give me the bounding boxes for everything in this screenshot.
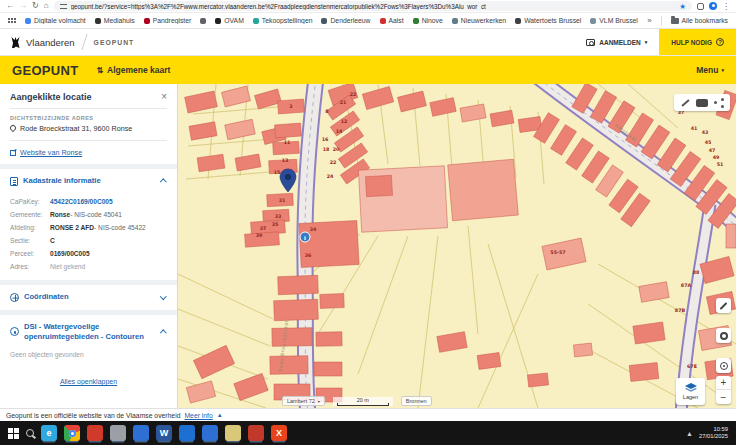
bookmarks-bar: Digitale volmachtMediahuisPandregisterOV… bbox=[0, 13, 736, 29]
zoom-out-button[interactable]: − bbox=[716, 390, 731, 404]
share-icon[interactable] bbox=[714, 98, 724, 108]
svg-text:14: 14 bbox=[336, 129, 343, 134]
bookmark-favicon bbox=[590, 18, 596, 24]
svg-text:11: 11 bbox=[284, 140, 291, 145]
tune-icon[interactable] bbox=[60, 4, 67, 9]
bookmark-favicon bbox=[380, 18, 386, 24]
measure-button[interactable] bbox=[716, 298, 731, 313]
scale-indicator: 20 m bbox=[333, 397, 393, 406]
map-scalebar: Lambert 72▾ 20 m Bronnen bbox=[282, 396, 432, 406]
kadaster-value: 0169/00C005 bbox=[50, 250, 90, 258]
sources-button[interactable]: Bronnen bbox=[401, 396, 432, 406]
page-footer: Geopunt is een officiële website van de … bbox=[0, 408, 736, 421]
svg-text:41: 41 bbox=[691, 126, 698, 131]
bookmark-item[interactable]: Denderleeuw bbox=[321, 17, 370, 24]
layers-button[interactable]: Lagen bbox=[676, 378, 705, 405]
svg-text:88: 88 bbox=[693, 270, 700, 275]
reload-icon[interactable]: ↻ bbox=[32, 2, 39, 10]
start-button[interactable] bbox=[8, 428, 19, 439]
svg-text:22: 22 bbox=[350, 92, 357, 97]
base-map-selector[interactable]: ⇅ Algemene kaart bbox=[96, 65, 170, 75]
forward-icon[interactable]: → bbox=[19, 2, 27, 10]
taskbar-app-icon[interactable] bbox=[87, 425, 103, 441]
taskbar-app-icon[interactable] bbox=[133, 425, 149, 441]
bookmark-item[interactable]: Tekoopstellingen bbox=[253, 17, 313, 24]
taskbar-app-icon[interactable] bbox=[64, 425, 80, 441]
taskbar-app-icon[interactable] bbox=[110, 425, 126, 441]
url-field[interactable]: geopunt.be/?service=https%3A%2F%2Fwww.me… bbox=[54, 1, 692, 11]
bookmark-favicon bbox=[253, 18, 259, 24]
svg-text:i: i bbox=[304, 234, 306, 241]
svg-text:55-57: 55-57 bbox=[550, 250, 565, 255]
browser-menu-icon[interactable]: ⋮ bbox=[722, 2, 730, 11]
home-icon[interactable]: ⌂ bbox=[44, 2, 49, 10]
svg-text:39: 39 bbox=[256, 233, 263, 238]
bookmark-star-icon[interactable]: ★ bbox=[679, 2, 686, 11]
extensions-icon[interactable] bbox=[697, 3, 704, 10]
map-toolbar bbox=[674, 94, 730, 111]
zoom-in-button[interactable]: + bbox=[716, 376, 731, 390]
bookmark-item[interactable]: Mediahuis bbox=[95, 17, 135, 24]
taskbar-app-icon[interactable]: X bbox=[271, 425, 287, 441]
clock-time: 10:59 bbox=[713, 426, 728, 433]
tool-toggle-button[interactable] bbox=[696, 99, 708, 107]
svg-text:45: 45 bbox=[705, 140, 712, 145]
cadastral-map: 3111315313335373922218121416182022243436… bbox=[178, 84, 736, 408]
taskbar-apps: eWX bbox=[41, 425, 287, 441]
apps-grid-icon[interactable] bbox=[8, 18, 16, 23]
id-card-icon bbox=[586, 39, 595, 46]
close-icon[interactable]: × bbox=[161, 92, 167, 102]
svg-text:87B: 87B bbox=[675, 308, 686, 313]
bookmark-favicon bbox=[413, 18, 419, 24]
kadaster-value[interactable]: 45422C0169/00C005 bbox=[50, 198, 113, 206]
question-icon: ? bbox=[716, 38, 724, 46]
bookmark-item[interactable]: Pandregister bbox=[144, 17, 192, 24]
brand-name: Vlaanderen bbox=[26, 37, 75, 48]
help-button[interactable]: HULP NODIG ? bbox=[659, 29, 736, 55]
chevron-down-icon bbox=[160, 293, 166, 299]
windows-taskbar: eWX ▲ 10:59 27/01/2025 bbox=[0, 421, 736, 445]
dsi-empty-text: Geen objecten gevonden bbox=[0, 349, 177, 366]
back-icon[interactable]: ← bbox=[6, 2, 14, 10]
bookmark-item[interactable]: OVAM bbox=[215, 17, 244, 24]
bookmark-item[interactable]: Digitale volmacht bbox=[25, 17, 86, 24]
locate-button[interactable] bbox=[716, 358, 731, 373]
bookmarks-overflow-icon[interactable]: » bbox=[647, 16, 651, 25]
footer-more-info-link[interactable]: Meer info bbox=[184, 412, 212, 419]
section-kadaster-header[interactable]: Kadastrale informatie bbox=[0, 169, 177, 193]
vlaanderen-brand[interactable]: Vlaanderen GEOPUNT bbox=[0, 29, 144, 55]
bookmark-favicon bbox=[95, 18, 101, 24]
taskbar-app-icon[interactable] bbox=[179, 425, 195, 441]
taskbar-app-icon[interactable] bbox=[248, 425, 264, 441]
taskbar-app-icon[interactable]: e bbox=[41, 425, 57, 441]
bookmark-item[interactable]: Ninove bbox=[413, 17, 443, 24]
url-text: geopunt.be/?service=https%3A%2F%2Fwww.me… bbox=[71, 3, 676, 10]
taskbar-app-icon[interactable] bbox=[225, 425, 241, 441]
svg-text:3: 3 bbox=[289, 104, 292, 109]
svg-text:49: 49 bbox=[713, 155, 720, 160]
draw-pencil-icon[interactable] bbox=[680, 98, 690, 108]
svg-text:15: 15 bbox=[274, 170, 281, 175]
layers-icon bbox=[685, 383, 697, 393]
taskbar-clock[interactable]: 10:59 27/01/2025 bbox=[699, 426, 728, 440]
taskbar-app-icon[interactable] bbox=[202, 425, 218, 441]
taskbar-app-icon[interactable]: W bbox=[156, 425, 172, 441]
taskbar-search-icon[interactable] bbox=[26, 429, 34, 437]
profile-avatar[interactable] bbox=[709, 2, 717, 10]
menu-button[interactable]: Menu ▾ bbox=[696, 65, 724, 75]
streetview-button[interactable] bbox=[716, 328, 731, 343]
tray-caret-icon[interactable]: ▲ bbox=[686, 430, 693, 437]
website-link[interactable]: Website van Ronse bbox=[20, 148, 82, 157]
login-button[interactable]: AANMELDEN ▾ bbox=[574, 29, 659, 55]
expand-all-link[interactable]: Alles openklappen bbox=[60, 378, 117, 385]
bookmark-item[interactable] bbox=[200, 18, 206, 24]
bookmark-item[interactable]: Nieuwerkerken bbox=[452, 17, 506, 24]
section-coordinates-header[interactable]: Coördinaten bbox=[0, 285, 177, 309]
section-dsi-header[interactable]: DSI - Watergevoelige openruimtegebieden … bbox=[0, 315, 177, 350]
crs-selector[interactable]: Lambert 72▾ bbox=[282, 396, 325, 406]
all-bookmarks-button[interactable]: Alle bookmarks bbox=[671, 17, 728, 24]
bookmark-item[interactable]: Watertoets Brussel bbox=[515, 17, 581, 24]
bookmark-item[interactable]: VLM Brussel bbox=[590, 17, 638, 24]
bookmark-item[interactable]: Aalst bbox=[380, 17, 404, 24]
map-canvas[interactable]: 3111315313335373922218121416182022243436… bbox=[178, 84, 736, 408]
